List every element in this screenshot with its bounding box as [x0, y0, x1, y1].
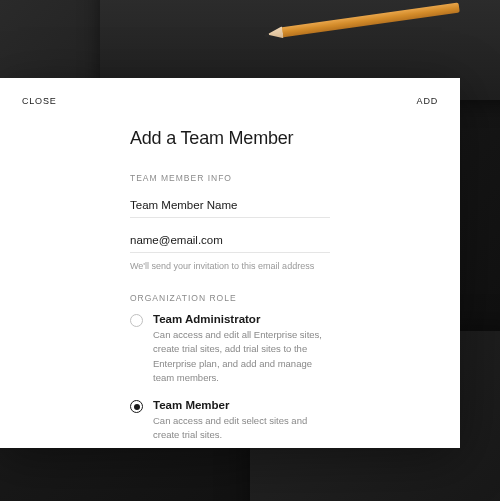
role-description: Can access and edit select sites and cre…: [153, 414, 330, 443]
team-member-info-label: TEAM MEMBER INFO: [130, 173, 330, 183]
add-button[interactable]: ADD: [417, 96, 438, 106]
role-title: Team Member: [153, 399, 330, 411]
role-title: Team Administrator: [153, 313, 330, 325]
email-helper-text: We'll send your invitation to this email…: [130, 261, 330, 271]
role-text: Team Administrator Can access and edit a…: [153, 313, 330, 385]
radio-icon: [130, 400, 143, 413]
radio-icon: [130, 314, 143, 327]
team-member-name-input[interactable]: [130, 193, 330, 218]
add-team-member-modal: CLOSE ADD Add a Team Member TEAM MEMBER …: [0, 78, 460, 448]
role-option-administrator[interactable]: Team Administrator Can access and edit a…: [130, 313, 330, 385]
modal-header: CLOSE ADD: [0, 78, 460, 106]
modal-body: Add a Team Member TEAM MEMBER INFO We'll…: [0, 106, 460, 477]
role-description: Can access and edit all Enterprise sites…: [153, 328, 330, 385]
team-member-email-input[interactable]: [130, 228, 330, 253]
organization-role-label: ORGANIZATION ROLE: [130, 293, 330, 303]
close-button[interactable]: CLOSE: [22, 96, 57, 106]
modal-title: Add a Team Member: [130, 128, 330, 149]
role-text: Team Member Can access and edit select s…: [153, 399, 330, 443]
role-option-member[interactable]: Team Member Can access and edit select s…: [130, 399, 330, 443]
